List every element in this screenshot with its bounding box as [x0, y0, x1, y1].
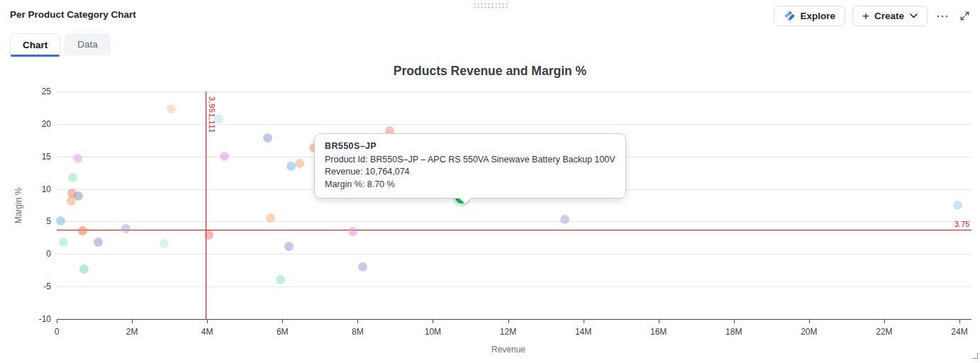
x-tick-mark: [433, 320, 433, 323]
scatter-point[interactable]: [94, 238, 103, 247]
x-tick-label: 20M: [801, 327, 817, 337]
y-tick-label: 5: [21, 216, 51, 226]
tooltip-revenue-line: Revenue: 10,764,074: [325, 166, 616, 179]
gridline: [57, 254, 971, 255]
x-tick-mark: [508, 320, 509, 323]
y-tick-label: -5: [21, 281, 51, 291]
gridline: [57, 286, 971, 287]
reference-line-vertical-label: 3,951,111: [208, 96, 216, 133]
x-tick-mark: [809, 320, 810, 323]
scatter-point[interactable]: [160, 239, 169, 248]
x-tick-mark: [207, 320, 208, 323]
gridline: [57, 221, 971, 222]
reference-line-vertical: [206, 91, 206, 319]
y-tick-label: -10: [21, 314, 51, 324]
x-tick-mark: [132, 320, 133, 323]
x-tick-label: 18M: [725, 327, 742, 337]
scatter-point[interactable]: [295, 159, 304, 168]
tooltip-margin-line: Margin %: 8.70 %: [325, 179, 616, 191]
y-tick-label: 15: [21, 152, 51, 162]
tooltip-title: BR550S–JP: [325, 140, 616, 153]
y-tick-label: 10: [21, 184, 51, 194]
x-tick-mark: [282, 320, 283, 323]
x-tick-mark: [884, 320, 885, 323]
y-axis-label: Margin %: [13, 184, 23, 227]
x-tick-mark: [959, 320, 960, 323]
scatter-point[interactable]: [276, 275, 285, 284]
scatter-point[interactable]: [358, 262, 367, 272]
x-tick-mark: [57, 320, 57, 323]
x-axis-line: [57, 319, 971, 320]
scatter-point[interactable]: [67, 196, 76, 206]
scatter-point[interactable]: [68, 173, 77, 182]
scatter-point[interactable]: [56, 216, 65, 225]
scatter-point[interactable]: [284, 242, 294, 251]
x-tick-label: 4M: [201, 327, 213, 337]
chart-title: Products Revenue and Margin %: [0, 64, 980, 79]
resize-corner-handle[interactable]: [972, 353, 978, 359]
x-tick-label: 16M: [650, 327, 667, 337]
x-tick-mark: [734, 320, 735, 323]
scatter-point[interactable]: [73, 154, 82, 163]
scatter-point[interactable]: [348, 227, 357, 236]
y-tick-label: 0: [21, 249, 51, 259]
x-tick-mark: [357, 320, 358, 323]
scatter-point[interactable]: [263, 133, 272, 143]
scatter-point[interactable]: [79, 264, 89, 274]
gridline: [57, 91, 971, 92]
x-tick-mark: [584, 320, 584, 323]
x-tick-label: 0: [55, 327, 60, 337]
scatter-point[interactable]: [59, 238, 68, 247]
scatter-point[interactable]: [121, 224, 130, 233]
x-tick-label: 12M: [500, 327, 516, 337]
x-tick-label: 6M: [277, 327, 289, 337]
scatter-point[interactable]: [167, 104, 176, 113]
scatter-point[interactable]: [78, 226, 87, 235]
scatter-point[interactable]: [214, 114, 223, 123]
scatter-chart: Products Revenue and Margin % 2520151050…: [0, 0, 980, 363]
reference-line-horizontal-label: 3.75: [954, 220, 969, 228]
x-tick-mark: [659, 320, 659, 323]
x-tick-label: 14M: [575, 327, 591, 337]
scatter-point[interactable]: [204, 230, 213, 240]
scatter-point[interactable]: [953, 201, 962, 210]
y-tick-label: 20: [21, 119, 51, 129]
tooltip-product-line: Product Id: BR550S–JP – APC RS 550VA Sin…: [325, 154, 616, 167]
reference-line-horizontal: [57, 230, 971, 230]
x-tick-label: 8M: [352, 327, 364, 337]
x-tick-label: 22M: [876, 327, 892, 337]
y-tick-label: 25: [21, 86, 51, 96]
x-tick-label: 2M: [126, 327, 138, 337]
gridline: [57, 124, 971, 125]
x-axis-label: Revenue: [491, 345, 525, 354]
x-tick-label: 24M: [951, 327, 967, 337]
tooltip: BR550S–JP Product Id: BR550S–JP – APC RS…: [314, 133, 626, 199]
x-tick-label: 10M: [425, 327, 441, 337]
scatter-point[interactable]: [220, 152, 229, 161]
scatter-point[interactable]: [560, 215, 569, 224]
